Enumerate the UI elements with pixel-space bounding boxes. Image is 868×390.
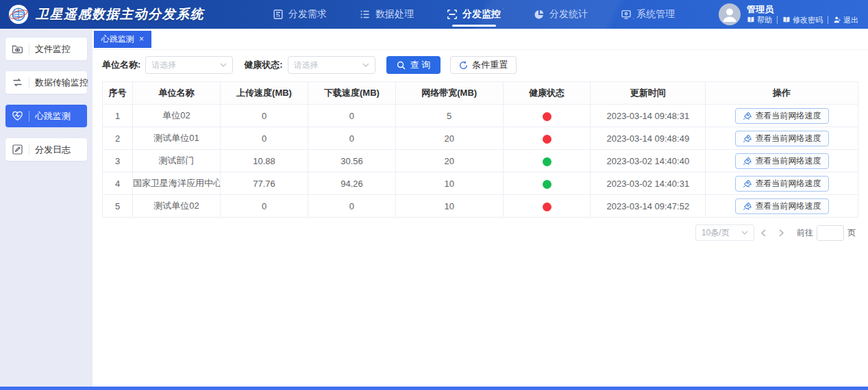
- cell-unit: 测试部门: [133, 150, 221, 172]
- cell-index: 5: [103, 195, 133, 218]
- scan-monitor-icon: [447, 9, 458, 20]
- view-network-speed-button[interactable]: 查看当前网络速度: [735, 108, 829, 124]
- folder-eye-icon: [12, 43, 23, 55]
- sidebar-item-heartbeat-monitoring[interactable]: 心跳监测: [5, 105, 87, 127]
- view-network-speed-label: 查看当前网络速度: [756, 178, 821, 190]
- sidebar-item-label: 文件监控: [35, 43, 71, 55]
- book-icon: [747, 16, 755, 24]
- page-size-select[interactable]: 10条/页: [695, 224, 754, 241]
- health-status-dot: [543, 112, 551, 121]
- cell-unit: 单位02: [133, 105, 221, 127]
- top-navigation: 分发需求 数据处理 分发监控: [273, 8, 675, 21]
- avatar[interactable]: [719, 3, 741, 25]
- change-password-link[interactable]: 修改密码: [778, 16, 828, 24]
- nav-item-distribution-demand[interactable]: 分发需求: [273, 8, 327, 21]
- table-row: 2 测试单位01 0 0 20 2023-03-14 09:48:49: [103, 127, 858, 150]
- view-network-speed-button[interactable]: 查看当前网络速度: [735, 198, 829, 214]
- document-icon: [273, 9, 284, 20]
- health-status-dot: [543, 180, 551, 189]
- transfer-icon: [12, 77, 23, 88]
- next-page-button[interactable]: [772, 224, 790, 241]
- nav-item-distribution-monitoring[interactable]: 分发监控: [447, 8, 501, 21]
- user-meta: 管理员 帮助 修改密码: [747, 5, 858, 24]
- rocket-icon: [743, 202, 752, 211]
- table-row: 1 单位02 0 0 5 2023-03-14 09:48:31: [103, 105, 858, 127]
- cell-upload: 77.76: [221, 172, 308, 195]
- view-network-speed-button[interactable]: 查看当前网络速度: [735, 153, 829, 169]
- cell-unit: 测试单位01: [133, 127, 221, 150]
- book-icon: [782, 16, 791, 24]
- col-unit-name: 单位名称: [133, 82, 221, 105]
- view-network-speed-button[interactable]: 查看当前网络速度: [735, 131, 829, 146]
- globe-orbit-logo-icon: [8, 4, 29, 25]
- col-actions: 操作: [706, 82, 858, 105]
- divider: [29, 44, 29, 55]
- cell-download: 30.56: [308, 150, 395, 172]
- table-header-row: 序号 单位名称 上传速度(MB) 下载速度(MB) 网络带宽(MB) 健康状态 …: [103, 82, 858, 105]
- sidebar-item-distribution-log[interactable]: 分发日志: [5, 138, 87, 161]
- search-button[interactable]: 查 询: [386, 56, 441, 74]
- nav-label: 分发统计: [549, 8, 588, 21]
- nav-item-distribution-statistics[interactable]: 分发统计: [534, 8, 588, 21]
- table-row: 4 国家卫星海洋应用中心 77.76 94.26 10 2023-03-02 1…: [103, 172, 858, 195]
- help-link[interactable]: 帮助: [747, 16, 778, 24]
- app-title: 卫星遥感数据主动分发系统: [36, 5, 204, 23]
- brand: 卫星遥感数据主动分发系统: [0, 4, 204, 25]
- cell-health: [503, 127, 591, 150]
- user-area: 管理员 帮助 修改密码: [719, 3, 858, 25]
- main-content: 心跳监测 × 单位名称: 请选择 健康状态: 请选择: [92, 29, 868, 390]
- goto-page-input[interactable]: [817, 225, 844, 241]
- page-size-value: 10条/页: [702, 227, 730, 239]
- logout-person-icon: [833, 16, 841, 24]
- sidebar-item-file-monitoring[interactable]: 文件监控: [5, 38, 87, 60]
- divider: [29, 77, 29, 88]
- sidebar-item-label: 分发日志: [35, 144, 71, 156]
- main-layout: 文件监控 数据传输监控 心跳监测: [0, 29, 868, 390]
- cell-actions: 查看当前网络速度: [706, 195, 858, 218]
- divider: [29, 144, 29, 155]
- cell-upload: 0: [221, 105, 308, 127]
- person-icon: [719, 3, 741, 25]
- chevron-down-icon: [220, 63, 227, 67]
- heartbeat-icon: [12, 110, 23, 122]
- logout-link[interactable]: 退出: [828, 16, 858, 24]
- help-label: 帮助: [757, 16, 772, 24]
- cell-actions: 查看当前网络速度: [706, 150, 858, 172]
- view-network-speed-label: 查看当前网络速度: [756, 110, 821, 122]
- logout-label: 退出: [843, 16, 858, 24]
- sidebar-item-data-transfer-monitoring[interactable]: 数据传输监控: [5, 71, 87, 94]
- unit-name-label: 单位名称:: [102, 59, 140, 71]
- view-network-speed-label: 查看当前网络速度: [756, 133, 821, 144]
- prev-page-button[interactable]: [754, 224, 772, 241]
- unit-name-select[interactable]: 请选择: [145, 56, 233, 74]
- nav-label: 分发监控: [462, 8, 501, 21]
- cell-index: 4: [103, 172, 133, 195]
- heartbeat-table-wrap: 序号 单位名称 上传速度(MB) 下载速度(MB) 网络带宽(MB) 健康状态 …: [92, 79, 868, 218]
- view-network-speed-label: 查看当前网络速度: [756, 200, 821, 212]
- cell-bandwidth: 5: [395, 105, 503, 127]
- nav-item-system-management[interactable]: 系统管理: [621, 8, 675, 21]
- chevron-left-icon: [760, 229, 767, 237]
- cell-download: 0: [308, 105, 395, 127]
- view-network-speed-button[interactable]: 查看当前网络速度: [735, 176, 829, 192]
- table-row: 5 测试单位02 0 0 10 2023-03-14 09:47:52: [103, 195, 858, 218]
- cell-index: 1: [103, 105, 133, 127]
- health-status-dot: [543, 135, 551, 144]
- reset-filters-button[interactable]: 条件重置: [450, 56, 517, 74]
- cell-health: [503, 150, 591, 172]
- nav-item-data-processing[interactable]: 数据处理: [360, 8, 414, 21]
- reset-button-label: 条件重置: [472, 59, 508, 71]
- rocket-icon: [743, 179, 752, 188]
- tab-heartbeat-monitoring[interactable]: 心跳监测 ×: [94, 31, 151, 48]
- health-status-dot: [543, 203, 551, 211]
- search-icon: [397, 61, 406, 70]
- health-status-select[interactable]: 请选择: [288, 56, 375, 74]
- list-icon: [360, 9, 371, 20]
- chevron-down-icon: [362, 63, 369, 67]
- cell-health: [503, 105, 591, 127]
- cell-health: [503, 195, 591, 218]
- tab-close-icon[interactable]: ×: [139, 35, 144, 43]
- cell-upload: 10.88: [221, 150, 308, 172]
- user-name: 管理员: [747, 5, 858, 14]
- rocket-icon: [743, 157, 752, 166]
